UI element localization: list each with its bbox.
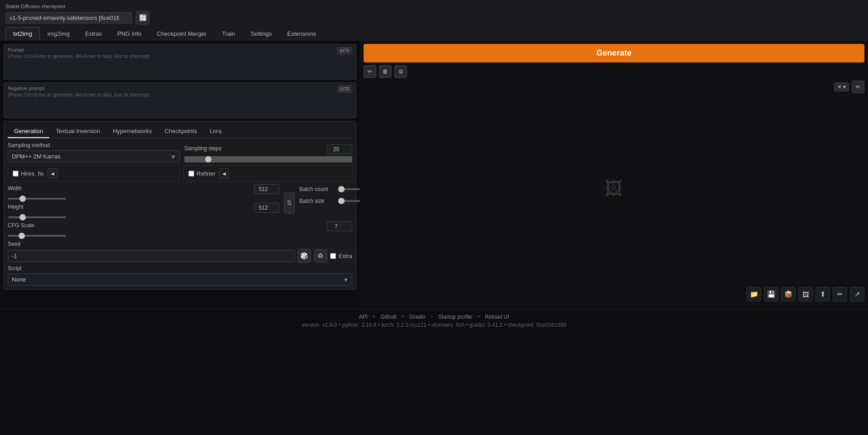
gen-tab-hypernetworks[interactable]: Hypernetworks: [106, 125, 158, 138]
hires-fix-collapse[interactable]: ◀: [48, 168, 58, 178]
close-x-btn[interactable]: ✕ ▾: [834, 82, 849, 91]
footer-github-link[interactable]: Github: [380, 314, 396, 320]
sampling-steps-input[interactable]: [327, 144, 352, 154]
swap-dimensions-btn[interactable]: ⇅: [284, 192, 295, 214]
height-input[interactable]: [254, 203, 279, 213]
height-slider[interactable]: [8, 216, 66, 218]
tab-settings[interactable]: Settings: [243, 27, 279, 40]
footer-reload-link[interactable]: Reload UI: [485, 314, 509, 320]
footer-gradio-link[interactable]: Gradio: [409, 314, 426, 320]
view-image-btn[interactable]: 🖼: [798, 287, 813, 301]
footer-version-info: version: v1.8.0 • python: 3.10.6 • torch…: [5, 322, 863, 328]
trash-btn[interactable]: 🗑: [379, 65, 392, 78]
tab-checkpoint-merger[interactable]: Checkpoint Merger: [149, 27, 214, 40]
copy-btn[interactable]: ⧉: [394, 65, 407, 78]
cfg-scale-label: CFG Scale: [8, 222, 34, 229]
cfg-scale-slider[interactable]: [8, 235, 66, 237]
share-btn[interactable]: ↗: [850, 287, 864, 301]
negative-prompt-label: Negative prompt: [8, 86, 352, 91]
save-btn[interactable]: 💾: [764, 287, 778, 301]
tab-txt2img[interactable]: txt2img: [5, 27, 40, 40]
sampling-method-label: Sampling method: [8, 142, 180, 148]
draw-btn[interactable]: ✏: [833, 287, 847, 301]
prompt-hint: (Press Ctrl+Enter to generate, Alt+Enter…: [8, 53, 352, 59]
refiner-check[interactable]: [188, 171, 194, 177]
prompt-label: Prompt: [8, 47, 352, 53]
save-zip-btn[interactable]: 📦: [781, 287, 796, 301]
tab-extensions[interactable]: Extensions: [279, 27, 324, 40]
footer-startup-link[interactable]: Startup profile: [438, 314, 472, 320]
script-label: Script: [8, 265, 352, 272]
checkpoint-label: Stable Diffusion checkpoint: [5, 4, 863, 9]
extra-label: Extra: [339, 253, 352, 259]
prompt-counter: 0/75: [337, 47, 352, 54]
width-label: Width: [8, 185, 22, 191]
negative-prompt-counter: 0/75: [337, 86, 352, 93]
footer-api-link[interactable]: API: [359, 314, 368, 320]
checkpoint-select[interactable]: v1-5-pruned-emaonly.safetensors [6ce0161…: [5, 12, 132, 24]
image-placeholder-icon: 🖼: [605, 178, 623, 199]
gen-tab-textual-inversion[interactable]: Textual Inversion: [49, 125, 106, 138]
sampling-steps-label: Sampling steps: [184, 145, 221, 152]
upload-btn[interactable]: ⬆: [815, 287, 830, 301]
width-slider[interactable]: [8, 198, 66, 200]
cfg-scale-input[interactable]: [327, 221, 352, 231]
seed-dice-btn[interactable]: 🎲: [297, 249, 311, 263]
open-folder-btn[interactable]: 📁: [747, 287, 761, 301]
tab-png-info[interactable]: PNG Info: [110, 27, 149, 40]
extra-check[interactable]: [330, 253, 336, 259]
tab-extras[interactable]: Extras: [77, 27, 110, 40]
negative-prompt-input[interactable]: [8, 97, 352, 114]
seed-recycle-btn[interactable]: ♻: [314, 249, 327, 263]
tab-train[interactable]: Train: [214, 27, 243, 40]
batch-count-label: Batch count: [299, 186, 336, 192]
gen-tab-lora[interactable]: Lora: [203, 125, 228, 138]
edit-prompt-btn[interactable]: ✏: [364, 65, 376, 78]
seed-input[interactable]: [8, 250, 295, 262]
tab-img2img[interactable]: img2img: [40, 27, 77, 40]
refiner-collapse[interactable]: ◀: [219, 168, 229, 178]
script-select[interactable]: None: [8, 273, 352, 286]
hires-fix-check[interactable]: [13, 171, 19, 177]
hires-fix-checkbox[interactable]: Hires. fix: [13, 170, 44, 177]
seed-label: Seed: [8, 241, 352, 247]
image-canvas: 🖼: [360, 93, 868, 283]
edit-icon-btn[interactable]: ✏: [852, 81, 864, 93]
gen-tab-checkpoints[interactable]: Checkpoints: [158, 125, 204, 138]
prompt-input[interactable]: [8, 59, 352, 75]
gen-tab-generation[interactable]: Generation: [8, 125, 49, 138]
negative-prompt-hint: (Press Ctrl+Enter to generate, Alt+Enter…: [8, 92, 352, 97]
sampling-steps-slider[interactable]: [184, 156, 352, 163]
height-label: Height: [8, 204, 24, 210]
generate-btn[interactable]: Generate: [364, 44, 864, 62]
width-input[interactable]: [254, 184, 279, 194]
batch-size-label: Batch size: [299, 198, 336, 204]
sampling-method-select[interactable]: DPM++ 2M Karras: [8, 150, 180, 163]
checkpoint-refresh-btn[interactable]: 🔄: [136, 11, 149, 24]
refiner-checkbox[interactable]: Refiner: [188, 170, 216, 177]
